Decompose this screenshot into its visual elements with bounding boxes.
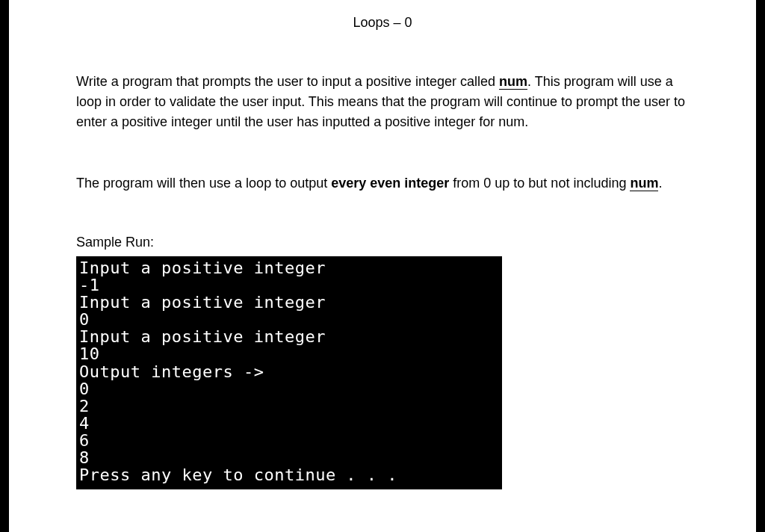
para1-text-pre: Write a program that prompts the user to… [76,74,499,89]
terminal-output: Input a positive integer -1 Input a posi… [76,256,502,489]
terminal-line: Output integers -> [79,362,264,381]
para2-text-pre: The program will then use a loop to outp… [76,176,331,191]
terminal-line: 0 [79,380,90,398]
terminal-line: Input a positive integer [79,327,326,346]
terminal-line: 6 [79,431,90,450]
terminal-line: Press any key to continue . . . [79,466,397,484]
para2-text-post: . [658,176,662,191]
terminal-line: 8 [79,448,90,467]
terminal-line: -1 [79,276,100,294]
terminal-line: Input a positive integer [79,293,326,312]
terminal-line: Input a positive integer [79,259,326,277]
terminal-line: 0 [79,310,90,329]
sample-run-label: Sample Run: [76,235,689,250]
para2-bold: every even integer [331,176,449,191]
para2-num: num [630,176,658,191]
document-page: Loops – 0 Write a program that prompts t… [9,0,756,532]
paragraph-2: The program will then use a loop to outp… [76,173,689,194]
terminal-line: 4 [79,414,90,433]
paragraph-1: Write a program that prompts the user to… [76,72,689,132]
page-title: Loops – 0 [76,15,689,31]
terminal-line: 2 [79,397,90,415]
para1-num: num [499,74,527,90]
para2-text-mid: from 0 up to but not including [449,176,630,191]
terminal-line: 10 [79,344,100,363]
